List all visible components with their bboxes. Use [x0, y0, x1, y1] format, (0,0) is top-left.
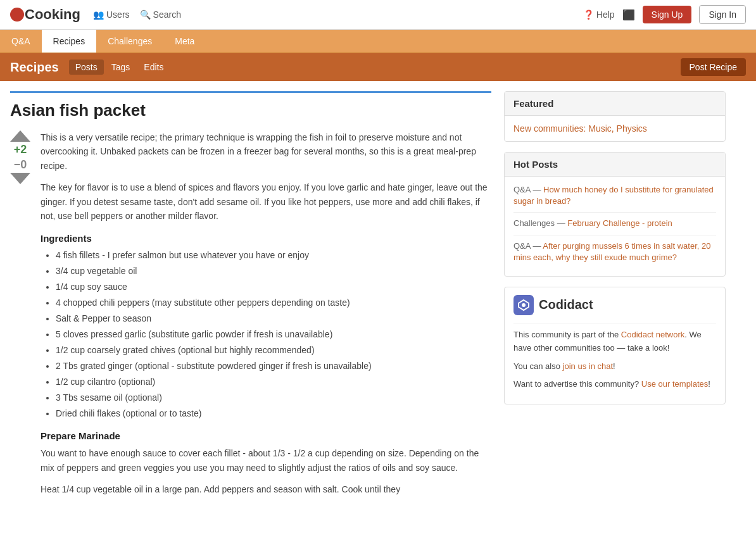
- codidact-para-3: Want to advertise this community? Use ou…: [513, 378, 716, 391]
- logo[interactable]: Cooking: [10, 6, 80, 23]
- ingredients-title: Ingredients: [41, 233, 491, 244]
- featured-link[interactable]: New communities: Music, Physics: [513, 123, 647, 134]
- codidact-section: Codidact This community is part of the C…: [504, 287, 726, 404]
- codidact-chat-link[interactable]: join us in chat: [563, 361, 614, 371]
- vote-score-positive: +2: [14, 143, 27, 157]
- section-nav: Posts Tags Edits: [69, 59, 170, 75]
- users-nav-link[interactable]: 👥 Users: [93, 9, 130, 20]
- codidact-para-2: You can also join us in chat!: [513, 360, 716, 373]
- vote-down-button[interactable]: [10, 173, 30, 184]
- hot-posts-section: Hot Posts Q&A — How much honey do I subs…: [504, 152, 726, 277]
- users-icon: 👥: [93, 9, 104, 20]
- signin-button[interactable]: Sign In: [699, 5, 746, 24]
- codidact-divider: [513, 323, 716, 323]
- list-item: 4 chopped chili peppers (may substitute …: [56, 296, 491, 310]
- list-item: Salt & Pepper to season: [56, 312, 491, 325]
- hot-post-item-1: Q&A — How much honey do I substitute for…: [513, 184, 716, 207]
- logo-circle: [10, 8, 24, 22]
- article-title: Asian fish packet: [10, 101, 491, 120]
- tab-meta[interactable]: Meta: [163, 30, 206, 53]
- vote-area: +2 −0 This is a very versatile recipe; t…: [10, 130, 491, 504]
- top-tabs: Q&A Recipes Challenges Meta: [0, 30, 756, 53]
- list-item: 3/4 cup vegetable oil: [56, 265, 491, 278]
- list-item: 1/2 cup coarsely grated chives (optional…: [56, 344, 491, 357]
- list-item: 4 fish fillets - I prefer salmon but use…: [56, 249, 491, 262]
- section-nav-posts[interactable]: Posts: [69, 59, 104, 75]
- codidact-svg-icon: [517, 299, 530, 311]
- header-nav: 👥 Users 🔍 Search: [93, 9, 583, 20]
- tab-recipes[interactable]: Recipes: [42, 30, 97, 53]
- list-item: 2 Tbs grated ginger (optional - substitu…: [56, 360, 491, 373]
- list-item: 1/2 cup cilantro (optional): [56, 375, 491, 389]
- post-recipe-button[interactable]: Post Recipe: [681, 58, 746, 76]
- codidact-advertise-text: Want to advertise this community?: [513, 379, 641, 389]
- codidact-para-1: This community is part of the Codidact n…: [513, 329, 716, 355]
- main-content: Asian fish packet +2 −0 This is a very v…: [0, 81, 756, 522]
- codidact-body-text1: This community is part of the: [513, 330, 621, 339]
- content-area: Asian fish packet +2 −0 This is a very v…: [10, 91, 504, 512]
- hot-post-dash-1: —: [532, 185, 543, 194]
- codidact-templates-link[interactable]: Use our templates: [641, 379, 709, 389]
- vote-up-button[interactable]: [10, 130, 30, 142]
- article-para-1: This is a very versatile recipe; the pri…: [41, 130, 491, 173]
- search-nav-link[interactable]: 🔍 Search: [140, 9, 181, 20]
- header-right: ❓ Help ⬛ Sign Up Sign In: [583, 5, 746, 24]
- help-link[interactable]: ❓ Help: [583, 9, 615, 20]
- hot-post-link-2[interactable]: February Challenge - protein: [567, 218, 672, 228]
- logo-text: C: [25, 6, 35, 23]
- codidact-body: Codidact This community is part of the C…: [505, 287, 725, 404]
- hot-post-dash-2: —: [557, 218, 568, 228]
- list-item: Dried chili flakes (optional or to taste…: [56, 407, 491, 420]
- vote-controls: +2 −0: [10, 130, 30, 504]
- section-title: Recipes: [10, 60, 59, 75]
- codidact-brand: Codidact: [513, 295, 716, 315]
- hot-posts-header: Hot Posts: [505, 153, 725, 177]
- sidebar: Featured New communities: Music, Physics…: [504, 91, 726, 512]
- hot-post-item-3: Q&A — After purging mussels 6 times in s…: [513, 241, 716, 263]
- hot-post-link-3[interactable]: After purging mussels 6 times in salt wa…: [513, 241, 710, 262]
- svg-point-1: [522, 303, 526, 307]
- list-item: 5 cloves pressed garlic (substitute garl…: [56, 328, 491, 341]
- tab-challenges[interactable]: Challenges: [96, 30, 163, 53]
- hot-post-dash-3: —: [532, 241, 543, 251]
- help-circle-icon: ❓: [583, 9, 594, 20]
- hot-posts-body: Q&A — How much honey do I substitute for…: [505, 177, 725, 276]
- hot-post-category-1: Q&A: [513, 185, 531, 194]
- hot-posts-divider-2: [513, 235, 716, 235]
- hot-post-category-2: Challenges: [513, 218, 555, 228]
- marinade-title: Prepare Marinade: [41, 430, 491, 441]
- article-para-2: The key for flavor is to use a blend of …: [41, 180, 491, 223]
- featured-section: Featured New communities: Music, Physics: [504, 91, 726, 142]
- list-item: 3 Tbs sesame oil (optional): [56, 391, 491, 404]
- hot-post-item-2: Challenges — February Challenge - protei…: [513, 218, 716, 229]
- vote-score-negative: −0: [14, 158, 27, 172]
- codidact-templates-end: !: [708, 379, 710, 389]
- article-body: This is a very versatile recipe; the pri…: [41, 130, 491, 504]
- hot-posts-divider-1: [513, 212, 716, 213]
- inbox-icon[interactable]: ⬛: [622, 9, 635, 21]
- signup-button[interactable]: Sign Up: [643, 6, 692, 23]
- codidact-logo-icon: [513, 295, 534, 315]
- header: Cooking 👥 Users 🔍 Search ❓ Help ⬛ Sign U…: [0, 0, 756, 30]
- marinade-para-1: You want to have enough sauce to cover e…: [41, 446, 491, 475]
- tab-qa[interactable]: Q&A: [0, 30, 42, 53]
- codidact-network-link[interactable]: Codidact network: [621, 330, 684, 339]
- hot-post-category-3: Q&A: [513, 241, 531, 251]
- section-nav-tags[interactable]: Tags: [105, 59, 137, 75]
- list-item: 1/4 cup soy sauce: [56, 280, 491, 294]
- codidact-also-text: You can also: [513, 361, 563, 371]
- featured-body: New communities: Music, Physics: [505, 116, 725, 141]
- article-divider: [10, 91, 491, 93]
- ingredient-list: 4 fish fillets - I prefer salmon but use…: [41, 249, 491, 420]
- section-nav-edits[interactable]: Edits: [137, 59, 170, 75]
- codidact-exclaim: !: [613, 361, 615, 371]
- featured-header: Featured: [505, 92, 725, 116]
- search-icon: 🔍: [140, 9, 151, 20]
- hot-post-link-1[interactable]: How much honey do I substitute for granu…: [513, 185, 714, 206]
- marinade-para-2: Heat 1/4 cup vegetable oil in a large pa…: [41, 482, 491, 496]
- section-header: Recipes Posts Tags Edits Post Recipe: [0, 53, 756, 81]
- codidact-brand-name: Codidact: [539, 297, 593, 312]
